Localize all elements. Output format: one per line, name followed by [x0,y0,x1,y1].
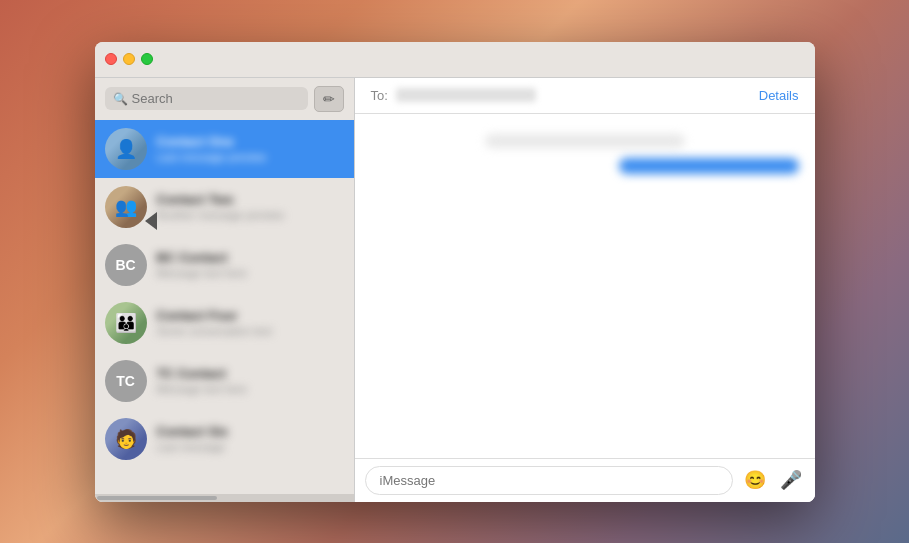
minimize-button[interactable] [123,53,135,65]
message-row-outgoing [371,158,799,174]
close-button[interactable] [105,53,117,65]
conversation-item[interactable]: 👪 Contact Four Some conversation text [95,294,354,352]
compose-button[interactable]: ✏ [314,86,344,112]
compose-icon: ✏ [323,91,335,107]
conversation-list: 👤 Contact One Last message preview 👥 Con… [95,120,354,494]
conv-details: BC Contact Message text here [157,250,344,279]
conv-details: Contact Two Another message preview [157,192,344,221]
avatar: TC [105,360,147,402]
avatar: 🧑 [105,418,147,460]
conv-preview: Message text here [157,267,344,279]
message-text-blurred [485,134,685,148]
conversation-item[interactable]: 👤 Contact One Last message preview [95,120,354,178]
message-row [371,134,799,148]
chat-messages [355,114,815,458]
search-input[interactable] [132,91,300,106]
chat-input-bar: 😊 🎤 [355,458,815,502]
message-input[interactable] [365,466,733,495]
avatar: BC [105,244,147,286]
avatar: 👪 [105,302,147,344]
conv-details: Contact Six Last message [157,424,344,453]
chat-header: To: Details [355,78,815,114]
avatar: 👥 [105,186,147,228]
conv-preview: Another message preview [157,209,344,221]
conversation-item[interactable]: 👥 Contact Two Another message preview [95,178,354,236]
mic-button[interactable]: 🎤 [777,466,805,494]
search-input-wrap[interactable]: 🔍 [105,87,308,110]
conv-details: Contact One Last message preview [157,134,344,163]
conv-preview: Last message preview [157,151,344,163]
main-content: 🔍 ✏ 👤 Contact One Last message preview [95,78,815,502]
conversation-item[interactable]: 🧑 Contact Six Last message [95,410,354,468]
search-bar: 🔍 ✏ [95,78,354,120]
to-recipient [396,88,536,102]
search-icon: 🔍 [113,92,128,106]
message-bubble [619,158,799,174]
maximize-button[interactable] [141,53,153,65]
scrollbar-indicator [95,494,354,502]
conversation-item[interactable]: BC BC Contact Message text here [95,236,354,294]
messages-window: 🔍 ✏ 👤 Contact One Last message preview [95,42,815,502]
to-field: To: [371,88,536,103]
conv-name: Contact Four [157,308,344,323]
conv-preview: Some conversation text [157,325,344,337]
conv-name: BC Contact [157,250,344,265]
conv-details: Contact Four Some conversation text [157,308,344,337]
title-bar [95,42,815,78]
conv-details: TC Contact Message text here [157,366,344,395]
to-label-text: To: [371,88,388,103]
conv-name: Contact Two [157,192,344,207]
sidebar: 🔍 ✏ 👤 Contact One Last message preview [95,78,355,502]
scrollbar-thumb[interactable] [97,496,217,500]
conv-name: TC Contact [157,366,344,381]
conv-name: Contact Six [157,424,344,439]
conv-preview: Last message [157,441,344,453]
conv-name: Contact One [157,134,344,149]
details-button[interactable]: Details [759,88,799,103]
conv-preview: Message text here [157,383,344,395]
chat-panel: To: Details 😊 🎤 [355,78,815,502]
avatar: 👤 [105,128,147,170]
traffic-lights [105,53,153,65]
conversation-item[interactable]: TC TC Contact Message text here [95,352,354,410]
emoji-button[interactable]: 😊 [741,466,769,494]
